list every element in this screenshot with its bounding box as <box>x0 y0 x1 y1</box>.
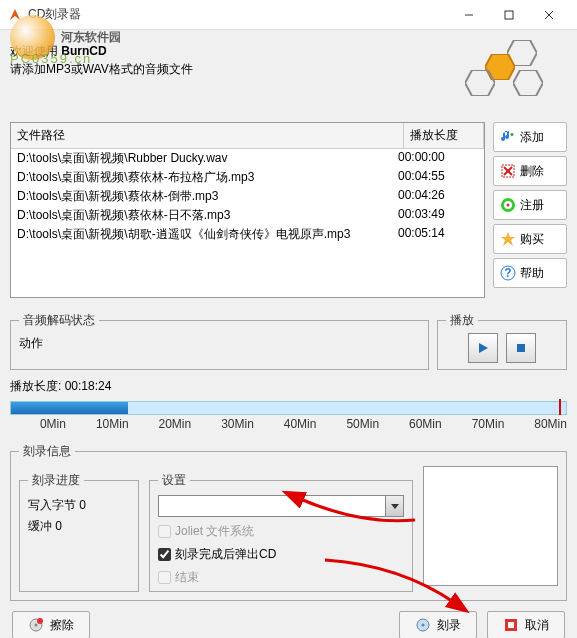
burn-label: 刻录 <box>437 617 461 634</box>
maximize-button[interactable] <box>489 1 529 29</box>
table-row[interactable]: D:\tools\桌面\新视频\蔡依林-布拉格广场.mp300:04:55 <box>11 168 484 187</box>
file-duration-cell: 00:05:14 <box>398 226 478 243</box>
joliet-checkbox: Joliet 文件系统 <box>158 523 404 540</box>
burn-progress-legend: 刻录进度 <box>28 472 84 489</box>
svg-rect-1 <box>505 11 513 19</box>
file-path-cell: D:\tools\桌面\新视频\蔡依林-日不落.mp3 <box>17 207 398 224</box>
file-duration-cell: 00:04:26 <box>398 188 478 205</box>
file-path-cell: D:\tools\桌面\新视频\Rubber Ducky.wav <box>17 150 398 167</box>
file-duration-cell: 00:03:49 <box>398 207 478 224</box>
titlebar: CD刻录器 <box>0 0 577 30</box>
cancel-icon <box>503 617 519 633</box>
disc-erase-icon <box>28 617 44 633</box>
buy-label: 购买 <box>520 231 544 248</box>
delete-label: 删除 <box>520 163 544 180</box>
svg-point-24 <box>422 624 425 627</box>
timeline-bar[interactable] <box>10 401 567 415</box>
timeline-fill <box>11 402 128 414</box>
cancel-label: 取消 <box>525 617 549 634</box>
settings-legend: 设置 <box>158 472 190 489</box>
col-duration[interactable]: 播放长度 <box>404 123 484 148</box>
svg-point-22 <box>37 618 43 624</box>
bytes-label: 写入字节 <box>28 498 76 512</box>
tick-label: 10Min <box>96 417 129 431</box>
add-button[interactable]: 添加 <box>493 122 567 152</box>
svg-point-21 <box>35 624 38 627</box>
buy-button[interactable]: 购买 <box>493 224 567 254</box>
erase-label: 擦除 <box>50 617 74 634</box>
col-path[interactable]: 文件路径 <box>11 123 404 148</box>
file-duration-cell: 00:00:00 <box>398 150 478 167</box>
burn-legend: 刻录信息 <box>19 443 75 460</box>
burner-select[interactable] <box>158 495 404 517</box>
svg-rect-18 <box>517 344 525 352</box>
file-list-header: 文件路径 播放长度 <box>11 123 484 149</box>
intro-appname: BurnCD <box>61 44 106 58</box>
svg-marker-6 <box>513 70 543 96</box>
help-label: 帮助 <box>520 265 544 282</box>
tick-label: 20Min <box>159 417 192 431</box>
help-button[interactable]: ? 帮助 <box>493 258 567 288</box>
svg-marker-7 <box>465 70 495 96</box>
svg-marker-14 <box>501 232 515 246</box>
file-path-cell: D:\tools\桌面\新视频\蔡依林-布拉格广场.mp3 <box>17 169 398 186</box>
help-icon: ? <box>500 265 516 281</box>
erase-button[interactable]: 擦除 <box>12 611 90 638</box>
table-row[interactable]: D:\tools\桌面\新视频\蔡依林-日不落.mp300:03:49 <box>11 206 484 225</box>
add-label: 添加 <box>520 129 544 146</box>
file-duration-cell: 00:04:55 <box>398 169 478 186</box>
svg-point-13 <box>507 204 510 207</box>
tick-label: 0Min <box>40 417 66 431</box>
decode-status-box: 音频解码状态 动作 <box>10 312 429 370</box>
table-row[interactable]: D:\tools\桌面\新视频\蔡依林-倒带.mp300:04:26 <box>11 187 484 206</box>
music-plus-icon <box>500 129 516 145</box>
settings-box: 设置 Joliet 文件系统 刻录完成后弹出CD <box>149 472 413 592</box>
play-length-label: 播放长度: 00:18:24 <box>10 378 567 395</box>
tick-label: 70Min <box>472 417 505 431</box>
register-icon <box>500 197 516 213</box>
register-label: 注册 <box>520 197 544 214</box>
minimize-button[interactable] <box>449 1 489 29</box>
delete-icon <box>500 163 516 179</box>
bytes-value: 0 <box>79 498 86 512</box>
svg-marker-19 <box>391 504 399 509</box>
burn-info-box: 刻录信息 刻录进度 写入字节 0 缓冲 0 设置 <box>10 443 567 601</box>
file-path-cell: D:\tools\桌面\新视频\蔡依林-倒带.mp3 <box>17 188 398 205</box>
buy-icon <box>500 231 516 247</box>
hex-logo-icon <box>465 40 555 110</box>
burn-progress-box: 刻录进度 写入字节 0 缓冲 0 <box>19 472 139 592</box>
svg-marker-17 <box>479 343 488 353</box>
end-checkbox: 结束 <box>158 569 404 586</box>
chevron-down-icon <box>385 496 403 516</box>
timeline-limit-marker <box>559 399 561 415</box>
table-row[interactable]: D:\tools\桌面\新视频\Rubber Ducky.wav00:00:00 <box>11 149 484 168</box>
log-box[interactable] <box>423 466 558 586</box>
window-title: CD刻录器 <box>28 6 449 23</box>
eject-checkbox[interactable]: 刻录完成后弹出CD <box>158 546 404 563</box>
table-row[interactable]: D:\tools\桌面\新视频\胡歌-逍遥叹《仙剑奇侠传》电视原声.mp300:… <box>11 225 484 244</box>
play-legend: 播放 <box>446 312 478 329</box>
file-list[interactable]: 文件路径 播放长度 D:\tools\桌面\新视频\Rubber Ducky.w… <box>10 122 485 298</box>
disc-burn-icon <box>415 617 431 633</box>
file-path-cell: D:\tools\桌面\新视频\胡歌-逍遥叹《仙剑奇侠传》电视原声.mp3 <box>17 226 398 243</box>
tick-label: 80Min <box>534 417 567 431</box>
action-label: 动作 <box>19 335 420 352</box>
tick-label: 30Min <box>221 417 254 431</box>
timeline-ticks: 0Min10Min20Min30Min40Min50Min60Min70Min8… <box>10 417 567 431</box>
register-button[interactable]: 注册 <box>493 190 567 220</box>
decode-legend: 音频解码状态 <box>19 312 99 329</box>
cancel-button[interactable]: 取消 <box>487 611 565 638</box>
play-button[interactable] <box>468 333 498 363</box>
delete-button[interactable]: 删除 <box>493 156 567 186</box>
intro-prefix: 欢迎使用 <box>10 44 61 58</box>
buffer-value: 0 <box>55 519 62 533</box>
play-length-value: 00:18:24 <box>65 379 112 393</box>
close-button[interactable] <box>529 1 569 29</box>
tick-label: 50Min <box>346 417 379 431</box>
stop-button[interactable] <box>506 333 536 363</box>
app-icon <box>8 8 22 22</box>
buffer-label: 缓冲 <box>28 519 52 533</box>
svg-rect-26 <box>508 622 514 628</box>
burn-button[interactable]: 刻录 <box>399 611 477 638</box>
tick-label: 40Min <box>284 417 317 431</box>
